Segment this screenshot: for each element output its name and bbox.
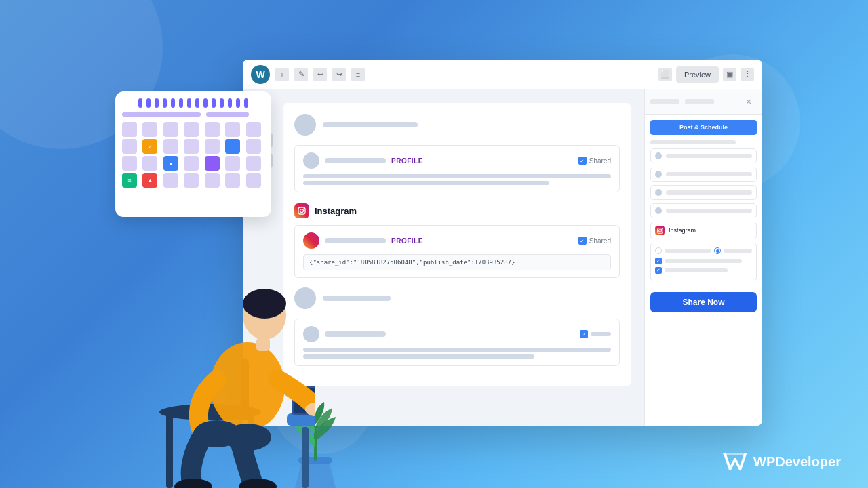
wp-w-icon [722, 451, 748, 472]
cal-cell [163, 139, 178, 154]
instagram-section: Instagram PROFILE ✓ Shared [294, 203, 620, 278]
sidebar-tab-1[interactable] [650, 99, 679, 104]
post-schedule-button[interactable]: Post & Schedule [650, 120, 757, 135]
wordpress-logo: W [251, 65, 270, 84]
checkbox-label-2 [665, 268, 728, 272]
cal-cell [205, 173, 220, 188]
shared-badge-2: ✓ [580, 330, 611, 338]
checkbox-row-1: ✓ [655, 258, 752, 264]
shared-badge-1: ✓ Shared [578, 157, 611, 165]
cal-cell [225, 122, 240, 137]
sidebar-account-row-3[interactable] [650, 185, 757, 200]
cal-cell [163, 122, 178, 137]
instagram-check-icon: ✓ [578, 237, 587, 245]
view-icon[interactable]: ⬜ [658, 68, 672, 81]
post-header-1 [294, 114, 620, 136]
browser-window: W + ✎ ↩ ↪ ≡ ⬜ Preview ▣ ⋮ + ⋮ [243, 60, 762, 426]
sidebar-account-name-1 [666, 154, 752, 158]
cal-cell [205, 122, 220, 137]
sidebar-content: Post & Schedule [645, 115, 762, 318]
more-icon[interactable]: ⋮ [741, 68, 754, 81]
instagram-label: Instagram [294, 203, 620, 218]
toolbar-right: ⬜ Preview ▣ ⋮ [658, 66, 754, 83]
sidebar-instagram-icon [655, 226, 665, 235]
cal-cell [122, 156, 137, 171]
svg-point-5 [661, 228, 662, 229]
browser-content: + ⋮ PROFILE ✓ [243, 89, 762, 426]
cal-cell [184, 156, 199, 171]
card-line-1 [303, 174, 611, 178]
sidebar-panel: × Post & Schedule [644, 89, 762, 426]
social-card-1[interactable]: PROFILE ✓ Shared [294, 145, 620, 192]
share-now-button[interactable]: Share Now [650, 292, 757, 312]
svg-rect-6 [166, 413, 173, 488]
sidebar-dot-3 [655, 189, 662, 196]
person-illustration [112, 197, 315, 488]
calendar-widget: ✓ ● ≡ ▲ [115, 92, 271, 217]
sidebar-account-name-3 [666, 190, 752, 195]
radio-label-1 [665, 249, 711, 253]
radio-unchecked[interactable] [655, 247, 662, 254]
cal-cell [205, 139, 220, 154]
sidebar-dot-4 [655, 207, 662, 214]
card-line-3 [303, 348, 611, 352]
instagram-card[interactable]: PROFILE ✓ Shared {"share_id":"1805818275… [294, 225, 620, 278]
cal-cell [225, 173, 240, 188]
cal-cell [225, 156, 240, 171]
sidebar-instagram-row[interactable]: Instagram [650, 222, 757, 239]
cal-cell [163, 173, 178, 188]
undo-icon[interactable]: ↩ [313, 68, 327, 81]
checkbox-2[interactable]: ✓ [655, 267, 662, 274]
svg-point-19 [243, 289, 286, 319]
radio-checked[interactable] [714, 247, 721, 254]
sidebar-account-row-1[interactable] [650, 148, 757, 163]
sidebar-close-button[interactable]: × [741, 94, 757, 110]
wpdeveloper-brand-text: WPDeveloper [753, 454, 841, 470]
check-icon-1: ✓ [578, 157, 587, 165]
social-card-header-1: PROFILE ✓ Shared [303, 152, 611, 169]
cal-cell [142, 122, 157, 137]
svg-rect-20 [256, 338, 270, 351]
second-account-area: ✓ [294, 287, 620, 366]
cal-cell [184, 173, 199, 188]
cal-cell-triangle: ▲ [142, 173, 157, 188]
calendar-header [122, 112, 264, 117]
checkbox-label-1 [665, 259, 742, 263]
instagram-shared-badge: ✓ Shared [578, 237, 611, 245]
instagram-text: Instagram [315, 206, 357, 216]
svg-point-4 [658, 229, 661, 232]
social-card-2[interactable]: ✓ [294, 319, 620, 366]
social-card-header-2: ✓ [303, 326, 611, 342]
sidebar-tab-2[interactable] [685, 99, 714, 104]
account-name-2 [323, 296, 391, 301]
menu-icon[interactable]: ≡ [351, 68, 365, 81]
redo-icon[interactable]: ↪ [332, 68, 346, 81]
sidebar-dot-1 [655, 152, 662, 159]
editor-white-box: PROFILE ✓ Shared [283, 103, 631, 386]
cal-cell [246, 156, 261, 171]
cal-cell-yellow: ✓ [142, 139, 157, 154]
add-icon[interactable]: + [275, 68, 289, 81]
calendar-spiral [122, 98, 264, 108]
sidebar-account-row-2[interactable] [650, 167, 757, 182]
status-placeholder-2 [591, 332, 611, 336]
social-avatar-1 [303, 152, 319, 169]
radio-row-1 [655, 247, 752, 254]
wpdeveloper-logo: WPDeveloper [722, 451, 841, 472]
sidebar-instagram-text: Instagram [669, 227, 696, 234]
edit-icon[interactable]: ✎ [294, 68, 308, 81]
account-name-1 [323, 122, 418, 127]
preview-button[interactable]: Preview [676, 66, 719, 83]
layout-icon[interactable]: ▣ [723, 68, 736, 81]
sidebar-options: ✓ ✓ [650, 243, 757, 281]
check-icon-2: ✓ [580, 330, 588, 338]
cal-cell-list: ≡ [122, 173, 137, 188]
instagram-json-content: {"share_id":"180581827506048","publish_d… [303, 254, 611, 270]
social-name-2 [325, 331, 386, 337]
card-line-4 [303, 354, 534, 359]
card-line-2 [303, 181, 549, 185]
sidebar-account-row-4[interactable] [650, 203, 757, 218]
sidebar-account-name-4 [666, 209, 752, 213]
cal-cell [246, 122, 261, 137]
checkbox-1[interactable]: ✓ [655, 258, 662, 264]
